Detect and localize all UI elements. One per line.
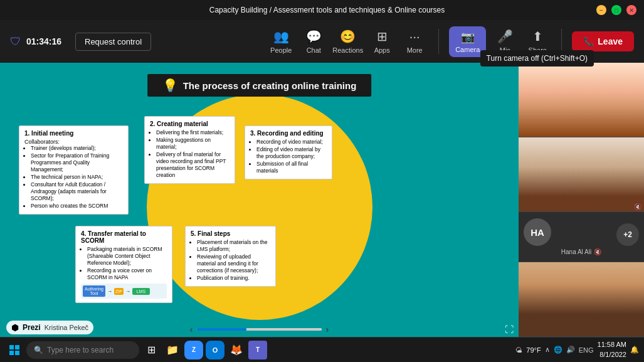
call-timer: 01:34:16 [26, 36, 70, 46]
shield-icon: 🛡 [10, 35, 21, 48]
list-item: Sector for Preparation of Training Progr… [31, 152, 123, 173]
maximize-button[interactable]: □ [611, 5, 621, 15]
system-tray: 🌤 79°F ∧ 🌐 🔊 ENG 11:58 AM 8/1/2022 🔔 [515, 340, 639, 359]
arrow-icon: → [107, 289, 112, 294]
participant-video-4 [519, 262, 644, 337]
search-bar[interactable]: 🔍 Type here to search [26, 341, 139, 359]
leave-button[interactable]: 📞 Leave [572, 31, 634, 51]
main-area: 💡 The process of creating online trainin… [0, 63, 644, 337]
step3-heading: 3. Recording and editing [250, 130, 327, 137]
zoom-button[interactable]: Z [184, 341, 203, 359]
windows-logo-icon [9, 345, 19, 355]
window-title: Capacity Building / Assessment tools and… [58, 6, 596, 14]
chat-button[interactable]: 💬 Chat [300, 29, 327, 54]
apps-icon: ⊞ [377, 29, 388, 44]
outlook-button[interactable]: O [206, 341, 224, 359]
search-input: Type here to search [47, 346, 113, 354]
slide-content: 💡 The process of creating online trainin… [0, 63, 519, 337]
people-icon: 👥 [273, 29, 289, 44]
step4-heading: 4. Transfer material to SCORM [81, 230, 167, 244]
file-explorer-button[interactable]: 📁 [163, 341, 182, 359]
hana-name: Hana Al Ali [561, 248, 591, 255]
chat-icon: 💬 [306, 29, 322, 44]
volume-icon[interactable]: 🔊 [566, 346, 575, 354]
taskbar: 🔍 Type here to search ⊞ 📁 Z O 🦊 T 🌤 79°F… [0, 337, 644, 362]
list-item: Publication of training. [197, 275, 270, 282]
next-slide-button[interactable]: › [326, 324, 329, 334]
participant-video-2: 🔇 [519, 137, 644, 212]
firefox-button[interactable]: 🦊 [227, 341, 246, 359]
windows-start-button[interactable] [5, 341, 24, 359]
camera-tooltip: Turn camera off (Ctrl+Shift+O) [480, 50, 594, 67]
window-controls[interactable]: − □ ✕ [596, 5, 636, 15]
step3-list: Recording of video material; Editing of … [250, 139, 327, 174]
slide-navigation[interactable]: ‹ › [190, 324, 329, 334]
step2-heading: 2. Creating material [150, 120, 230, 127]
ha-mic-off-icon: 🔇 [594, 248, 601, 255]
presentation-area: 💡 The process of creating online trainin… [0, 63, 519, 337]
list-item: Recording a voice cover on SCORM in NAPA [87, 267, 167, 281]
prezi-icon: ⬢ [11, 322, 19, 333]
lms-label: LMS [132, 288, 150, 295]
mic-off-badge: 🔇 [634, 203, 641, 210]
presenter-info: ⬢ Prezi Kristina Pekeč [6, 321, 93, 334]
reactions-icon: 😊 [340, 29, 356, 44]
step2-list: Delivering the first materials; Making s… [150, 129, 230, 179]
arrow-icon2: → [125, 289, 130, 294]
title-bar: Capacity Building / Assessment tools and… [0, 0, 644, 20]
apps-button[interactable]: ⊞ Apps [368, 29, 396, 54]
step1-heading: 1. Initial meeting [24, 130, 123, 137]
list-item: The technical person in NAPA; [31, 174, 123, 181]
fullscreen-button[interactable]: ⛶ [505, 324, 514, 334]
participant-video-1 [519, 63, 644, 137]
video-feed-4 [519, 262, 644, 336]
list-item: Placement of materials on the LMS platfo… [197, 239, 270, 253]
slide-title: 💡 The process of creating online trainin… [147, 74, 372, 97]
share-icon: ⬆ [532, 29, 543, 44]
search-icon: 🔍 [34, 346, 43, 354]
list-item: Making suggestions on material; [156, 137, 230, 151]
notification-icon[interactable]: 🔔 [630, 346, 639, 354]
time-display: 11:58 AM [598, 340, 626, 349]
network-icon: 🌐 [554, 346, 562, 354]
step-4-box: 4. Transfer material to SCORM Packaging … [75, 226, 172, 303]
minimize-button[interactable]: − [596, 5, 606, 15]
svg-rect-1 [15, 345, 19, 349]
camera-icon: 📷 [461, 30, 475, 44]
prev-slide-button[interactable]: ‹ [190, 324, 193, 334]
chevron-up-icon[interactable]: ∧ [545, 346, 550, 354]
bulb-icon: 💡 [162, 78, 178, 93]
step-5-box: 5. Final steps Placement of materials on… [185, 226, 276, 287]
svg-rect-2 [9, 351, 14, 355]
people-button[interactable]: 👥 People [267, 29, 295, 54]
list-item: Delivering the first materials; [156, 129, 230, 136]
language-indicator: ENG [579, 346, 594, 354]
date-display: 8/1/2022 [598, 350, 626, 359]
step1-collab-label: Collaborators: [24, 139, 123, 145]
step-3-box: 3. Recording and editing Recording of vi… [245, 125, 332, 179]
zip-label: ZIP [114, 288, 124, 295]
list-item: Trainer (develops material); [31, 145, 123, 152]
request-control-button[interactable]: Request control [75, 33, 151, 51]
slide-progress-fill [197, 328, 247, 331]
ha-avatar: HA [524, 218, 551, 246]
plus-2-badge: +2 [616, 223, 639, 246]
reactions-button[interactable]: 😊 Reactions [332, 29, 363, 54]
close-button[interactable]: ✕ [626, 5, 636, 15]
teams-button[interactable]: T [248, 341, 267, 359]
leave-phone-icon: 📞 [583, 36, 594, 46]
list-item: Packaging materials in SCORM (Shareable … [87, 246, 167, 267]
mic-icon: 🎤 [497, 29, 513, 44]
prezi-logo: Prezi [23, 323, 41, 332]
participants-panel: 🔇 HA +2 Hana Al Ali 🔇 [519, 63, 644, 337]
svg-rect-3 [15, 351, 19, 355]
step4-list: Packaging materials in SCORM (Shareable … [81, 246, 167, 281]
more-button[interactable]: ··· More [401, 29, 428, 54]
svg-rect-0 [9, 345, 14, 349]
task-view-button[interactable]: ⊞ [142, 341, 161, 359]
hana-ali-participant: HA +2 Hana Al Ali 🔇 [519, 212, 644, 262]
authoring-tool-label: Authoring Tool [83, 285, 105, 297]
step-2-box: 2. Creating material Delivering the firs… [144, 116, 235, 184]
video-feed-2 [519, 137, 644, 211]
list-item: Person who creates the SCORM [31, 203, 123, 210]
